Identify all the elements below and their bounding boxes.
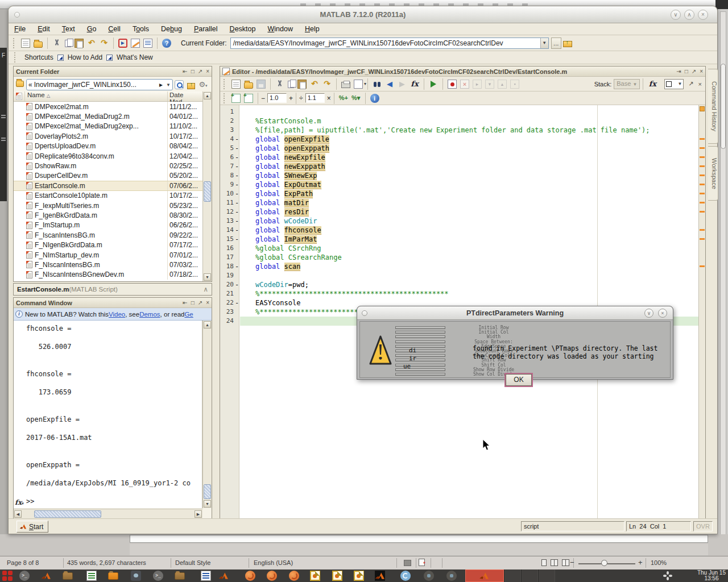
inactive-app-icon[interactable] [446, 571, 457, 581]
tab-command-history[interactable]: Command History [708, 69, 718, 144]
getting-started-link[interactable]: Ge [184, 311, 193, 318]
command-prompt[interactable]: >> [26, 497, 34, 505]
demos-link[interactable]: Demos [139, 311, 160, 318]
zoom-level[interactable]: 100% [651, 559, 667, 566]
background-scrollbar-thumb[interactable] [721, 64, 726, 149]
writer-language[interactable]: English (USA) [254, 559, 293, 566]
cut-icon[interactable] [52, 39, 61, 48]
increase-indent-button[interactable]: + [289, 94, 293, 102]
close-icon[interactable]: × [698, 81, 702, 88]
maximize-panel-icon[interactable]: □ [685, 68, 688, 74]
undo-icon[interactable]: ↶ [310, 80, 319, 89]
gimp-icon[interactable] [131, 571, 141, 581]
code-line[interactable]: 17%global CSrearchRange [220, 253, 698, 262]
code-line[interactable]: 8-global SWnewExp [220, 171, 698, 180]
cut-icon[interactable] [275, 80, 284, 89]
maximize-button[interactable]: ∧ [684, 10, 694, 20]
file-row[interactable]: F_NIgenBkGrdData.m07/17/2... [14, 240, 202, 250]
dialog-close-icon[interactable]: × [658, 309, 667, 318]
path-dropdown-icon[interactable]: ▼ [540, 38, 548, 48]
warning-tick[interactable] [700, 156, 705, 158]
libreoffice-doc-icon[interactable] [332, 571, 342, 581]
folder-icon[interactable] [63, 572, 73, 580]
exit-debug-icon[interactable]: ▪ [510, 80, 519, 89]
notebook-icon[interactable] [143, 39, 152, 48]
file-list-scrollbar[interactable]: ▲ ▼ [202, 92, 212, 281]
warning-tick[interactable] [700, 174, 705, 176]
whats-new-icon[interactable] [106, 55, 113, 61]
code-line[interactable]: 21%*************************************… [220, 289, 698, 298]
scrollbar-thumb[interactable] [204, 181, 211, 202]
scroll-left-icon[interactable]: ◀ [14, 510, 22, 518]
dock-icon[interactable]: ⇤ [183, 68, 187, 74]
writer-page-count[interactable]: Page 8 of 8 [7, 559, 39, 566]
file-row[interactable]: DoverlayPlots2.m10/17/2... [14, 131, 202, 141]
file-row[interactable]: DMPexcel2mat_MediaDrug2.m04/01/2... [14, 111, 202, 121]
scroll-up-icon[interactable]: ▲ [204, 92, 211, 99]
cell-value-field-2[interactable]: 1.1 [305, 93, 325, 103]
redo-icon[interactable]: ↷ [100, 39, 109, 48]
code-line[interactable]: 6-global newExpfile [220, 153, 698, 162]
copy-icon[interactable] [288, 81, 294, 88]
output-scrollbar[interactable]: ▲ ▼ [202, 321, 212, 508]
scrollbar-thumb[interactable] [204, 484, 211, 499]
warning-tick[interactable] [700, 138, 705, 140]
taskbar-empty-slot[interactable] [538, 569, 555, 582]
code-line[interactable]: 9-global ExpOutmat [220, 180, 698, 189]
matlab-titlebar[interactable]: MATLAB 7.12.0 (R2011a) ∨ ∧ × [9, 6, 717, 23]
libreoffice-writer-icon[interactable] [201, 571, 211, 581]
new-file-icon[interactable] [21, 39, 30, 48]
file-row[interactable]: EstartConsole10plate.m10/17/2... [14, 191, 202, 201]
function-hints-icon[interactable]: fx [648, 80, 657, 89]
file-row[interactable]: DMPexcel2mat_MediaDrug2exp...11/10/2... [14, 122, 202, 131]
address-dropdown-icon[interactable]: ▼ [166, 82, 171, 88]
go-back-icon[interactable]: ◀ [385, 80, 394, 89]
find-icon[interactable] [373, 80, 382, 89]
warning-tick[interactable] [700, 265, 705, 267]
stack-combo[interactable]: Base ▼ [614, 79, 640, 89]
undo-icon[interactable]: ↶ [87, 39, 96, 48]
current-folder-path-combo[interactable]: /media/data/EASY/InovImager_jwrCF_WINLin… [230, 38, 549, 49]
dock-icon[interactable]: ⇤ [183, 300, 187, 306]
details-collapse-icon[interactable]: ∧ [204, 285, 208, 293]
paste-icon[interactable] [297, 80, 307, 89]
undock-icon[interactable]: ↗ [198, 300, 202, 306]
guide-icon[interactable] [131, 39, 140, 48]
warning-tick[interactable] [700, 147, 705, 149]
uncomment-icon[interactable]: %▾ [351, 94, 361, 103]
file-row[interactable]: DReplicate96to384conv.m12/04/2... [14, 151, 202, 161]
hscrollbar-thumb[interactable] [34, 510, 101, 518]
simulink-icon[interactable] [118, 39, 127, 48]
scroll-down-icon[interactable]: ▼ [204, 273, 211, 281]
how-to-add-icon[interactable] [57, 55, 64, 61]
code-line[interactable]: 19 [220, 271, 698, 280]
function-hints-icon[interactable]: fx [410, 80, 419, 89]
menu-parallel[interactable]: Parallel [194, 25, 218, 33]
clear-breakpoints-icon[interactable]: × [460, 80, 469, 89]
code-line[interactable]: 15-global ImParMat [220, 235, 698, 244]
menu-go[interactable]: Go [87, 25, 97, 33]
dialog-menu-icon[interactable] [362, 310, 367, 316]
code-line[interactable]: 3%[file,path] = uiputfile('.mat','Create… [220, 126, 698, 135]
insert-cell-icon[interactable] [231, 94, 241, 103]
go-forward-icon[interactable]: ▶ [398, 80, 407, 89]
matlab-icon[interactable] [375, 571, 385, 581]
file-row[interactable]: DshowRaw.m02/25/2... [14, 161, 202, 171]
start-button[interactable]: Start [16, 521, 48, 533]
menu-desktop[interactable]: Desktop [230, 25, 256, 33]
menu-window[interactable]: Window [267, 25, 292, 33]
set-breakpoint-icon[interactable] [448, 80, 457, 89]
libreoffice-doc-icon[interactable] [354, 571, 364, 581]
browse-folder-button[interactable]: ... [551, 38, 561, 49]
warning-tick[interactable] [700, 193, 705, 194]
function-hints-icon[interactable]: fx▾ [15, 498, 24, 506]
file-row[interactable]: EstartConsole.m07/06/2... [14, 181, 202, 190]
dialog-minimize-icon[interactable]: ∨ [644, 309, 653, 318]
code-line[interactable]: 1 [220, 107, 698, 117]
close-panel-icon[interactable]: × [206, 68, 209, 74]
run-icon[interactable] [429, 80, 438, 89]
dock-icon[interactable]: ⇥ [676, 68, 681, 74]
copy-icon[interactable] [65, 40, 71, 47]
firefox-icon[interactable] [267, 571, 277, 581]
mlint-indicator-icon[interactable] [700, 106, 705, 111]
